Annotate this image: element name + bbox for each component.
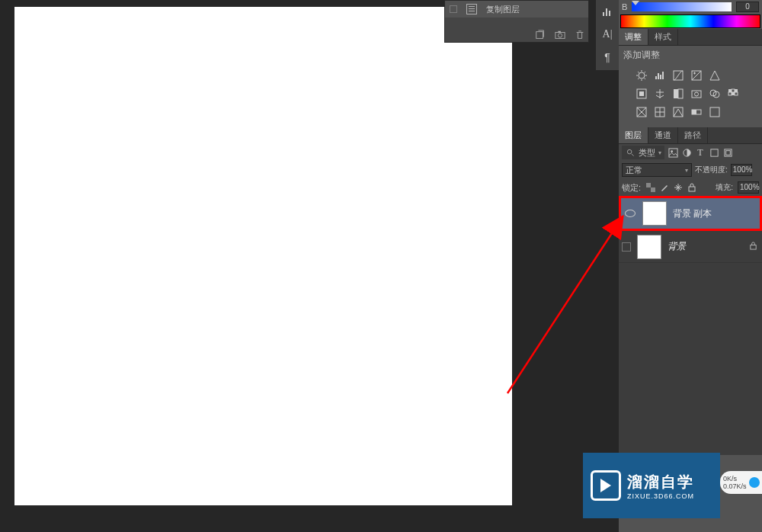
visibility-toggle[interactable] — [622, 242, 631, 252]
photo-filter-icon[interactable] — [690, 88, 703, 100]
posterize-icon[interactable] — [654, 106, 666, 118]
filter-shape-icon[interactable] — [709, 147, 719, 158]
blend-mode-value: 正常 — [626, 165, 642, 176]
slider-thumb[interactable] — [632, 1, 639, 5]
layer-thumbnail[interactable] — [642, 201, 667, 226]
svg-rect-34 — [646, 183, 651, 187]
tab-styles[interactable]: 样式 — [648, 29, 678, 45]
histogram-icon[interactable] — [596, 0, 619, 23]
filter-smartobject-icon[interactable] — [722, 147, 733, 158]
levels-icon[interactable] — [654, 69, 666, 82]
svg-rect-8 — [639, 91, 644, 96]
svg-point-4 — [639, 72, 645, 79]
svg-rect-36 — [689, 187, 695, 191]
svg-rect-9 — [674, 89, 678, 98]
history-visibility-checkbox[interactable] — [450, 5, 457, 13]
lock-label: 锁定: — [622, 182, 641, 194]
layers-tab-bar: 图层 通道 路径 — [619, 127, 762, 144]
visibility-toggle[interactable] — [624, 207, 636, 220]
play-icon — [591, 470, 621, 501]
filter-type-label: 类型 — [639, 147, 655, 159]
filter-type-icon[interactable]: T — [695, 147, 706, 158]
lock-fill-row: 锁定: 填充: 100% — [619, 179, 762, 196]
color-spectrum[interactable] — [620, 14, 760, 28]
svg-rect-10 — [678, 89, 683, 98]
vibrance-icon[interactable] — [709, 69, 721, 82]
curves-icon[interactable] — [672, 69, 684, 82]
create-document-icon[interactable] — [535, 30, 546, 40]
svg-rect-37 — [751, 245, 756, 250]
search-icon — [625, 147, 636, 158]
chevron-down-icon: ▾ — [685, 167, 688, 174]
layer-name-label[interactable]: 背景 — [668, 240, 686, 253]
opacity-label: 不透明度: — [695, 165, 728, 175]
svg-rect-0 — [536, 32, 543, 39]
trash-icon[interactable] — [575, 30, 585, 40]
lock-pixels-icon[interactable] — [659, 182, 670, 193]
paragraph-panel-icon[interactable]: ¶ — [596, 46, 619, 69]
lock-position-icon[interactable] — [673, 182, 684, 193]
svg-line-38 — [507, 218, 622, 393]
layer-item-background[interactable]: 背景 — [619, 231, 762, 263]
color-slider-row: B 0 — [619, 0, 762, 14]
svg-point-27 — [627, 149, 632, 154]
tab-channels[interactable]: 通道 — [648, 127, 678, 143]
svg-rect-20 — [735, 92, 738, 95]
chevron-down-icon: ▾ — [658, 149, 661, 156]
history-item[interactable]: 复制图层 — [445, 1, 588, 18]
filter-pixel-icon[interactable] — [668, 147, 678, 158]
channel-label: B — [622, 2, 627, 11]
svg-rect-35 — [651, 187, 655, 192]
add-adjustment-label: 添加调整 — [623, 49, 757, 62]
black-white-icon[interactable] — [672, 88, 684, 100]
layer-name-label[interactable]: 背景 副本 — [673, 207, 712, 220]
svg-rect-25 — [692, 110, 696, 114]
fill-value[interactable]: 100% — [738, 181, 759, 194]
color-balance-icon[interactable] — [654, 88, 666, 100]
lock-indicator-icon — [749, 242, 757, 252]
fill-label: 填充: — [716, 182, 733, 193]
adjustments-tab-bar: 调整 样式 — [619, 29, 762, 46]
watermark-title: 溜溜自学 — [627, 472, 694, 492]
svg-rect-28 — [668, 148, 677, 156]
tab-adjustments[interactable]: 调整 — [619, 29, 648, 45]
svg-point-2 — [558, 34, 562, 37]
channel-mixer-icon[interactable] — [709, 88, 721, 100]
color-lookup-icon[interactable] — [727, 88, 739, 100]
selective-color-icon[interactable] — [709, 106, 721, 118]
history-item-label: 复制图层 — [486, 4, 520, 15]
svg-rect-31 — [710, 149, 717, 155]
channel-value[interactable]: 0 — [736, 2, 759, 12]
watermark-url: ZIXUE.3D66.COM — [627, 492, 694, 500]
svg-rect-17 — [735, 89, 738, 92]
svg-rect-3 — [558, 31, 561, 33]
invert-icon[interactable] — [636, 106, 648, 118]
svg-rect-26 — [710, 107, 719, 117]
filter-adjustment-icon[interactable] — [681, 147, 692, 158]
opacity-value[interactable]: 100% — [731, 164, 752, 176]
svg-rect-15 — [728, 89, 732, 92]
layer-thumbnail[interactable] — [637, 235, 661, 259]
brightness-contrast-icon[interactable] — [636, 69, 648, 82]
tab-layers[interactable]: 图层 — [619, 127, 648, 143]
duplicate-layer-icon — [466, 4, 477, 14]
filter-type-dropdown[interactable]: 类型 ▾ — [622, 146, 664, 159]
layer-filter-row: 类型 ▾ T — [619, 144, 762, 161]
blend-mode-dropdown[interactable]: 正常 ▾ — [622, 163, 692, 177]
tab-paths[interactable]: 路径 — [678, 127, 708, 143]
blue-slider[interactable] — [632, 2, 732, 11]
threshold-icon[interactable] — [672, 106, 684, 118]
hue-saturation-icon[interactable] — [636, 88, 648, 100]
svg-point-29 — [671, 150, 673, 152]
gradient-map-icon[interactable] — [690, 106, 703, 118]
document-canvas[interactable] — [14, 7, 512, 505]
lock-transparency-icon[interactable] — [645, 182, 656, 193]
character-panel-icon[interactable]: A| — [596, 23, 619, 46]
exposure-icon[interactable] — [690, 69, 703, 82]
blend-opacity-row: 正常 ▾ 不透明度: 100% — [619, 161, 762, 179]
network-speed-indicator[interactable]: 0K/s 0.07K/s — [720, 471, 762, 494]
camera-icon[interactable] — [555, 30, 565, 40]
lock-all-icon[interactable] — [687, 182, 697, 193]
layer-item-background-copy[interactable]: 背景 副本 — [619, 196, 762, 231]
history-panel: 复制图层 — [444, 0, 589, 43]
